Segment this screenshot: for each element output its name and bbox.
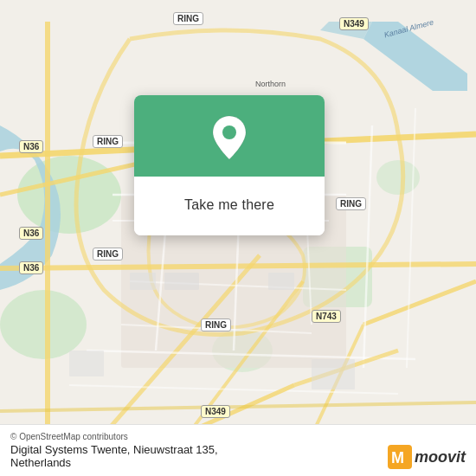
attribution-text: OpenStreetMap contributors: [19, 432, 128, 441]
svg-rect-29: [130, 273, 156, 290]
attribution: © OpenStreetMap contributors: [10, 432, 466, 441]
country-line: Netherlands: [10, 456, 218, 469]
card-button-section: Take me there: [134, 177, 325, 235]
moovit-text: moovit: [415, 448, 466, 466]
road-label-ring-2: RING: [93, 135, 123, 148]
svg-point-2: [0, 290, 87, 359]
road-label-ring-1: RING: [173, 12, 203, 25]
road-label-n36-2: N36: [19, 227, 43, 240]
address-line: Digital Systems Twente, Nieuwstraat 135,: [10, 443, 218, 456]
northorn-label: Northorn: [255, 80, 286, 88]
road-label-n349-1: N349: [201, 405, 230, 418]
svg-point-35: [222, 125, 236, 139]
road-label-n349-2: N349: [339, 17, 369, 30]
svg-point-1: [17, 156, 121, 234]
location-pin-icon: [210, 114, 248, 161]
svg-text:M: M: [391, 449, 404, 466]
map-background: [0, 0, 476, 476]
card-green-section: [134, 95, 325, 177]
road-label-n743: N743: [312, 310, 341, 323]
road-label-ring-5: RING: [336, 197, 366, 210]
svg-rect-33: [69, 351, 104, 376]
svg-rect-32: [312, 359, 355, 389]
copyright-symbol: ©: [10, 432, 16, 441]
road-label-ring-3: RING: [93, 248, 123, 261]
location-card: Take me there: [134, 95, 325, 235]
take-me-there-button[interactable]: Take me there: [148, 189, 311, 222]
svg-rect-30: [164, 273, 199, 290]
moovit-logo: M moovit: [388, 445, 466, 469]
road-label-n36-3: N36: [19, 261, 43, 274]
moovit-icon: M: [388, 445, 412, 469]
map-container: N36 N36 N36 N349 N349 N743 RING RING RIN…: [0, 0, 476, 476]
svg-rect-31: [268, 273, 294, 290]
bottom-bar: © OpenStreetMap contributors Digital Sys…: [0, 424, 476, 476]
road-label-ring-4: RING: [201, 318, 231, 331]
road-label-n36-1: N36: [19, 140, 43, 153]
